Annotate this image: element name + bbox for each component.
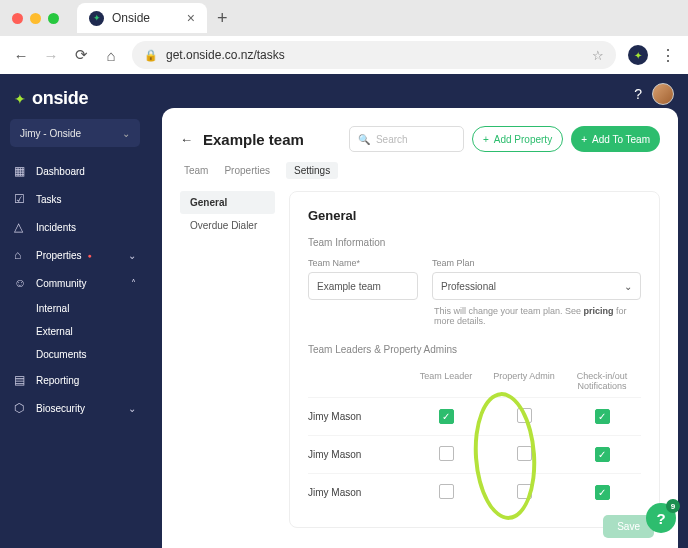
help-badge: 9 [666, 499, 680, 513]
user-avatar[interactable] [652, 83, 674, 105]
search-input[interactable]: 🔍 Search [349, 126, 464, 152]
lock-icon: 🔒 [144, 49, 158, 62]
member-name: Jimy Mason [308, 411, 407, 422]
close-tab-icon[interactable]: × [187, 10, 195, 26]
biosecurity-icon: ⬡ [14, 401, 27, 415]
logo-icon: ✦ [14, 91, 26, 107]
nav-sub-internal[interactable]: Internal [0, 297, 150, 320]
close-window-icon[interactable] [12, 13, 23, 24]
content-tabs: Team Properties Settings [180, 162, 660, 179]
checkbox-property-admin[interactable] [517, 484, 532, 499]
team-plan-select[interactable]: Professional ⌄ [432, 272, 641, 300]
new-tab-button[interactable]: + [217, 8, 228, 29]
section-leaders: Team Leaders & Property Admins [308, 344, 641, 355]
plus-icon: + [581, 134, 587, 145]
table-row: Jimy Mason ✓ ✓ [308, 397, 641, 435]
window-controls[interactable] [12, 13, 59, 24]
section-team-info: Team Information [308, 237, 641, 248]
back-arrow-icon[interactable]: ← [180, 132, 193, 147]
team-plan-value: Professional [441, 281, 496, 292]
member-name: Jimy Mason [308, 487, 407, 498]
reporting-icon: ▤ [14, 373, 27, 387]
settings-subnav: General Overdue Dialer [180, 191, 275, 528]
properties-icon: ⌂ [14, 248, 27, 262]
dashboard-icon: ▦ [14, 164, 27, 178]
checkbox-team-leader[interactable] [439, 484, 454, 499]
nav-incidents[interactable]: △Incidents [0, 213, 150, 241]
tasks-icon: ☑ [14, 192, 27, 206]
checkbox-team-leader[interactable]: ✓ [439, 409, 454, 424]
back-button[interactable]: ← [12, 47, 30, 64]
sidebar: ✦ onside Jimy - Onside ⌄ ▦Dashboard ☑Tas… [0, 74, 150, 548]
extension-icon[interactable] [628, 45, 648, 65]
reload-button[interactable]: ⟳ [72, 46, 90, 64]
nav-biosecurity[interactable]: ⬡Biosecurity⌄ [0, 394, 150, 422]
address-bar[interactable]: 🔒 get.onside.co.nz/tasks ☆ [132, 41, 616, 69]
logo[interactable]: ✦ onside [0, 74, 150, 119]
checkbox-notifications[interactable]: ✓ [595, 447, 610, 462]
help-icon[interactable]: ? [634, 86, 642, 102]
checkbox-notifications[interactable]: ✓ [595, 409, 610, 424]
table-header: Team Leader Property Admin Check-in/out … [308, 365, 641, 397]
home-button[interactable]: ⌂ [102, 47, 120, 64]
table-row: Jimy Mason ✓ [308, 435, 641, 473]
team-plan-label: Team Plan [432, 258, 641, 268]
chevron-down-icon: ⌄ [624, 281, 632, 292]
checkbox-property-admin[interactable] [517, 408, 532, 423]
nav-properties[interactable]: ⌂Properties●⌄ [0, 241, 150, 269]
plus-icon: + [483, 134, 489, 145]
nav-sub-documents[interactable]: Documents [0, 343, 150, 366]
chevron-down-icon: ⌄ [128, 250, 136, 261]
nav-dashboard[interactable]: ▦Dashboard [0, 157, 150, 185]
floating-help-button[interactable]: ?9 [646, 503, 676, 533]
nav-community[interactable]: ☺Community˄ [0, 269, 150, 297]
plan-hint: This will change your team plan. See pri… [308, 306, 641, 326]
tab-title: Onside [112, 11, 150, 25]
chevron-down-icon: ⌄ [122, 128, 130, 139]
settings-panel: General Team Information Team Name* Team… [289, 191, 660, 528]
org-selector[interactable]: Jimy - Onside ⌄ [10, 119, 140, 147]
chevron-down-icon: ⌄ [128, 403, 136, 414]
bookmark-star-icon[interactable]: ☆ [592, 48, 604, 63]
nav-tasks[interactable]: ☑Tasks [0, 185, 150, 213]
notification-dot-icon: ● [88, 252, 92, 259]
incidents-icon: △ [14, 220, 27, 234]
browser-tab[interactable]: Onside × [77, 3, 207, 33]
org-name: Jimy - Onside [20, 128, 81, 139]
url-text: get.onside.co.nz/tasks [166, 48, 285, 62]
subnav-general[interactable]: General [180, 191, 275, 214]
table-row: Jimy Mason ✓ [308, 473, 641, 511]
forward-button[interactable]: → [42, 47, 60, 64]
team-name-input[interactable] [308, 272, 418, 300]
minimize-window-icon[interactable] [30, 13, 41, 24]
col-property-admin: Property Admin [485, 371, 563, 391]
search-icon: 🔍 [358, 134, 370, 145]
member-name: Jimy Mason [308, 449, 407, 460]
chevron-up-icon: ˄ [131, 278, 136, 289]
col-team-leader: Team Leader [407, 371, 485, 391]
checkbox-property-admin[interactable] [517, 446, 532, 461]
add-to-team-button[interactable]: +Add To Team [571, 126, 660, 152]
team-name-label: Team Name* [308, 258, 418, 268]
add-property-button[interactable]: +Add Property [472, 126, 563, 152]
col-notifications: Check-in/out Notifications [563, 371, 641, 391]
nav-sub-external[interactable]: External [0, 320, 150, 343]
logo-text: onside [32, 88, 88, 109]
checkbox-notifications[interactable]: ✓ [595, 485, 610, 500]
browser-menu-icon[interactable]: ⋮ [660, 46, 676, 65]
nav-reporting[interactable]: ▤Reporting [0, 366, 150, 394]
main-content: ← Example team 🔍 Search +Add Property +A… [162, 108, 678, 548]
checkbox-team-leader[interactable] [439, 446, 454, 461]
tab-settings[interactable]: Settings [286, 162, 338, 179]
search-placeholder: Search [376, 134, 408, 145]
page-title: Example team [203, 131, 304, 148]
panel-heading: General [308, 208, 641, 223]
subnav-overdue-dialer[interactable]: Overdue Dialer [180, 214, 275, 237]
favicon-icon [89, 11, 104, 26]
tab-team[interactable]: Team [184, 162, 208, 179]
tab-properties[interactable]: Properties [224, 162, 270, 179]
maximize-window-icon[interactable] [48, 13, 59, 24]
community-icon: ☺ [14, 276, 27, 290]
